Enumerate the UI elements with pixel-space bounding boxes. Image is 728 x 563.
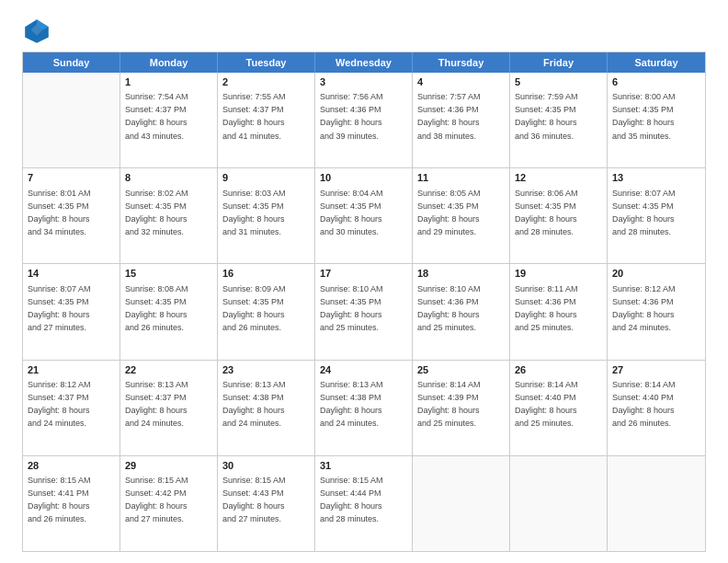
day-cell-25: 25Sunrise: 8:14 AM Sunset: 4:39 PM Dayli… — [413, 361, 510, 455]
day-cell-3: 3Sunrise: 7:56 AM Sunset: 4:36 PM Daylig… — [315, 73, 413, 167]
day-cell-9: 9Sunrise: 8:03 AM Sunset: 4:35 PM Daylig… — [218, 168, 315, 263]
calendar-row-5: 28Sunrise: 8:15 AM Sunset: 4:41 PM Dayli… — [23, 455, 705, 551]
day-number: 19 — [515, 267, 602, 281]
header-day-friday: Friday — [510, 52, 608, 73]
day-info: Sunrise: 8:15 AM Sunset: 4:42 PM Dayligh… — [125, 476, 188, 523]
day-cell-4: 4Sunrise: 7:57 AM Sunset: 4:36 PM Daylig… — [413, 73, 510, 167]
header-day-sunday: Sunday — [23, 52, 120, 73]
day-cell-21: 21Sunrise: 8:12 AM Sunset: 4:37 PM Dayli… — [23, 361, 120, 455]
day-info: Sunrise: 8:01 AM Sunset: 4:35 PM Dayligh… — [28, 189, 91, 236]
day-cell-22: 22Sunrise: 8:13 AM Sunset: 4:37 PM Dayli… — [120, 361, 218, 455]
day-number: 16 — [222, 267, 310, 281]
day-cell-20: 20Sunrise: 8:12 AM Sunset: 4:36 PM Dayli… — [608, 264, 705, 359]
day-number: 29 — [125, 459, 212, 473]
day-cell-28: 28Sunrise: 8:15 AM Sunset: 4:41 PM Dayli… — [23, 456, 120, 551]
day-number: 2 — [222, 75, 310, 89]
day-info: Sunrise: 8:00 AM Sunset: 4:35 PM Dayligh… — [612, 92, 676, 140]
day-cell-15: 15Sunrise: 8:08 AM Sunset: 4:35 PM Dayli… — [120, 264, 218, 359]
header-day-wednesday: Wednesday — [315, 52, 413, 73]
calendar-header: SundayMondayTuesdayWednesdayThursdayFrid… — [23, 52, 705, 73]
day-number: 8 — [125, 171, 212, 185]
calendar-row-1: 1Sunrise: 7:54 AM Sunset: 4:37 PM Daylig… — [23, 73, 705, 167]
day-cell-18: 18Sunrise: 8:10 AM Sunset: 4:36 PM Dayli… — [413, 264, 510, 359]
day-info: Sunrise: 7:59 AM Sunset: 4:35 PM Dayligh… — [515, 92, 578, 140]
logo-icon — [22, 17, 51, 46]
day-cell-12: 12Sunrise: 8:06 AM Sunset: 4:35 PM Dayli… — [510, 168, 608, 263]
day-number: 18 — [417, 267, 505, 281]
day-info: Sunrise: 8:10 AM Sunset: 4:36 PM Dayligh… — [417, 284, 481, 332]
header — [22, 17, 706, 46]
calendar-row-4: 21Sunrise: 8:12 AM Sunset: 4:37 PM Dayli… — [23, 360, 705, 455]
day-number: 12 — [515, 171, 602, 185]
day-number: 26 — [515, 363, 602, 377]
header-day-monday: Monday — [120, 52, 218, 73]
day-info: Sunrise: 8:11 AM Sunset: 4:36 PM Dayligh… — [515, 284, 578, 332]
day-cell-1: 1Sunrise: 7:54 AM Sunset: 4:37 PM Daylig… — [120, 73, 218, 167]
day-info: Sunrise: 8:02 AM Sunset: 4:35 PM Dayligh… — [125, 189, 188, 236]
day-number: 30 — [222, 459, 310, 473]
day-cell-5: 5Sunrise: 7:59 AM Sunset: 4:35 PM Daylig… — [510, 73, 608, 167]
day-cell-30: 30Sunrise: 8:15 AM Sunset: 4:43 PM Dayli… — [218, 456, 315, 551]
calendar: SundayMondayTuesdayWednesdayThursdayFrid… — [22, 52, 706, 552]
page: SundayMondayTuesdayWednesdayThursdayFrid… — [0, 0, 728, 563]
day-number: 24 — [320, 363, 407, 377]
day-number: 13 — [612, 171, 700, 185]
day-cell-26: 26Sunrise: 8:14 AM Sunset: 4:40 PM Dayli… — [510, 361, 608, 455]
day-number: 9 — [222, 171, 310, 185]
header-day-saturday: Saturday — [608, 52, 705, 73]
day-info: Sunrise: 8:04 AM Sunset: 4:35 PM Dayligh… — [320, 189, 383, 236]
day-cell-2: 2Sunrise: 7:55 AM Sunset: 4:37 PM Daylig… — [218, 73, 315, 167]
day-cell-8: 8Sunrise: 8:02 AM Sunset: 4:35 PM Daylig… — [120, 168, 218, 263]
day-info: Sunrise: 7:54 AM Sunset: 4:37 PM Dayligh… — [125, 92, 188, 140]
day-number: 21 — [28, 363, 115, 377]
day-cell-17: 17Sunrise: 8:10 AM Sunset: 4:35 PM Dayli… — [315, 264, 413, 359]
day-cell-31: 31Sunrise: 8:15 AM Sunset: 4:44 PM Dayli… — [315, 456, 413, 551]
day-number: 10 — [320, 171, 407, 185]
day-cell-16: 16Sunrise: 8:09 AM Sunset: 4:35 PM Dayli… — [218, 264, 315, 359]
day-info: Sunrise: 8:05 AM Sunset: 4:35 PM Dayligh… — [417, 189, 481, 236]
day-cell-13: 13Sunrise: 8:07 AM Sunset: 4:35 PM Dayli… — [608, 168, 705, 263]
day-info: Sunrise: 8:14 AM Sunset: 4:40 PM Dayligh… — [612, 380, 676, 428]
day-info: Sunrise: 8:14 AM Sunset: 4:40 PM Dayligh… — [515, 380, 578, 428]
day-number: 11 — [417, 171, 505, 185]
day-number: 25 — [417, 363, 505, 377]
day-number: 28 — [28, 459, 115, 473]
day-number: 31 — [320, 459, 407, 473]
day-info: Sunrise: 8:13 AM Sunset: 4:38 PM Dayligh… — [320, 380, 383, 428]
day-cell-19: 19Sunrise: 8:11 AM Sunset: 4:36 PM Dayli… — [510, 264, 608, 359]
day-info: Sunrise: 7:57 AM Sunset: 4:36 PM Dayligh… — [417, 92, 481, 140]
day-number: 23 — [222, 363, 310, 377]
empty-cell — [413, 456, 510, 551]
day-info: Sunrise: 8:15 AM Sunset: 4:43 PM Dayligh… — [222, 476, 286, 523]
header-day-thursday: Thursday — [413, 52, 510, 73]
day-cell-14: 14Sunrise: 8:07 AM Sunset: 4:35 PM Dayli… — [23, 264, 120, 359]
day-info: Sunrise: 8:09 AM Sunset: 4:35 PM Dayligh… — [222, 284, 286, 332]
day-number: 15 — [125, 267, 212, 281]
day-cell-10: 10Sunrise: 8:04 AM Sunset: 4:35 PM Dayli… — [315, 168, 413, 263]
day-number: 17 — [320, 267, 407, 281]
day-cell-29: 29Sunrise: 8:15 AM Sunset: 4:42 PM Dayli… — [120, 456, 218, 551]
day-number: 14 — [28, 267, 115, 281]
day-cell-7: 7Sunrise: 8:01 AM Sunset: 4:35 PM Daylig… — [23, 168, 120, 263]
day-info: Sunrise: 8:13 AM Sunset: 4:38 PM Dayligh… — [222, 380, 286, 428]
day-info: Sunrise: 8:06 AM Sunset: 4:35 PM Dayligh… — [515, 189, 578, 236]
day-number: 5 — [515, 75, 602, 89]
day-number: 27 — [612, 363, 700, 377]
day-info: Sunrise: 8:10 AM Sunset: 4:35 PM Dayligh… — [320, 284, 383, 332]
day-cell-23: 23Sunrise: 8:13 AM Sunset: 4:38 PM Dayli… — [218, 361, 315, 455]
day-info: Sunrise: 8:14 AM Sunset: 4:39 PM Dayligh… — [417, 380, 481, 428]
day-cell-11: 11Sunrise: 8:05 AM Sunset: 4:35 PM Dayli… — [413, 168, 510, 263]
day-number: 4 — [417, 75, 505, 89]
day-info: Sunrise: 8:07 AM Sunset: 4:35 PM Dayligh… — [28, 284, 91, 332]
day-info: Sunrise: 8:07 AM Sunset: 4:35 PM Dayligh… — [612, 189, 676, 236]
day-number: 22 — [125, 363, 212, 377]
day-number: 6 — [612, 75, 700, 89]
day-number: 7 — [28, 171, 115, 185]
day-info: Sunrise: 8:15 AM Sunset: 4:41 PM Dayligh… — [28, 476, 91, 523]
day-info: Sunrise: 7:56 AM Sunset: 4:36 PM Dayligh… — [320, 92, 383, 140]
day-number: 1 — [125, 75, 212, 89]
day-info: Sunrise: 8:08 AM Sunset: 4:35 PM Dayligh… — [125, 284, 188, 332]
day-cell-24: 24Sunrise: 8:13 AM Sunset: 4:38 PM Dayli… — [315, 361, 413, 455]
day-number: 3 — [320, 75, 407, 89]
day-info: Sunrise: 8:12 AM Sunset: 4:36 PM Dayligh… — [612, 284, 676, 332]
